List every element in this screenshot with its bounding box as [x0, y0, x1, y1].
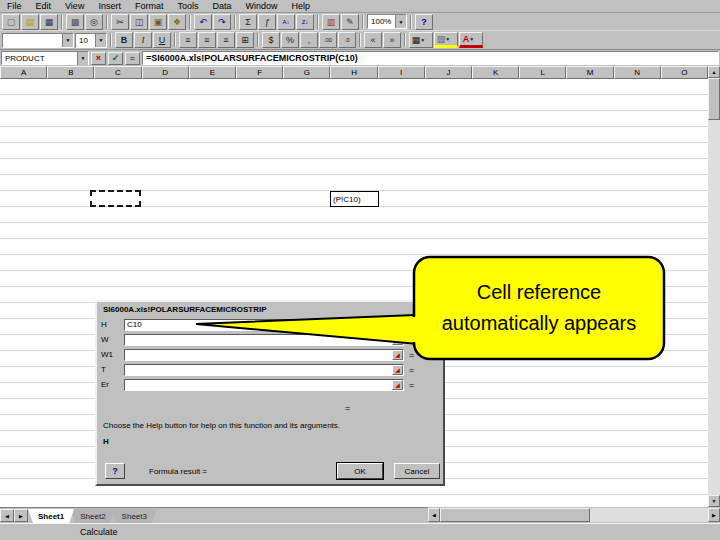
column-header[interactable]: I — [378, 66, 425, 79]
italic-button[interactable]: I — [134, 32, 152, 48]
column-header[interactable]: D — [142, 66, 189, 79]
enter-formula-button[interactable]: ✓ — [108, 52, 123, 65]
name-box[interactable]: PRODUCT ▼ — [1, 51, 89, 65]
collapse-dialog-icon[interactable]: ◢ — [392, 350, 403, 360]
previous-sheet-button[interactable]: ◀ — [0, 509, 14, 522]
tab-sheet3[interactable]: Sheet3 — [112, 509, 157, 523]
chevron-down-icon[interactable]: ▼ — [62, 34, 73, 47]
menu-data[interactable]: Data — [205, 1, 238, 11]
chevron-down-icon[interactable]: ▼ — [420, 37, 430, 43]
chevron-down-icon[interactable]: ▼ — [395, 15, 406, 28]
collapse-dialog-icon[interactable]: ◢ — [392, 365, 403, 375]
chart-wizard-button[interactable]: ▥ — [322, 14, 340, 30]
column-header[interactable]: E — [189, 66, 236, 79]
vertical-scroll-thumb[interactable] — [708, 78, 720, 120]
borders-button[interactable]: ▦▼ — [409, 32, 433, 48]
menu-file[interactable]: File — [0, 1, 29, 11]
column-header[interactable]: H — [330, 66, 377, 79]
column-header[interactable]: A — [0, 66, 47, 79]
menu-help[interactable]: Help — [284, 1, 317, 11]
increase-decimal-button[interactable]: .00 — [319, 32, 337, 48]
column-header[interactable]: M — [566, 66, 613, 79]
argument-input-er[interactable]: ◢ — [124, 379, 404, 391]
drawing-button[interactable]: ✎ — [341, 14, 359, 30]
decrease-decimal-button[interactable]: .0 — [338, 32, 356, 48]
menu-tools[interactable]: Tools — [170, 1, 205, 11]
print-button[interactable]: ▩ — [66, 14, 84, 30]
align-left-button[interactable]: ≡ — [179, 32, 197, 48]
merge-center-button[interactable]: ⊞ — [236, 32, 254, 48]
menu-edit[interactable]: Edit — [29, 1, 59, 11]
menu-insert[interactable]: Insert — [91, 1, 128, 11]
scroll-right-button[interactable]: ▶ — [708, 508, 720, 522]
font-color-button[interactable]: A▼ — [459, 32, 483, 48]
column-header[interactable]: J — [425, 66, 472, 79]
collapse-dialog-icon[interactable]: ◢ — [392, 380, 403, 390]
menu-view[interactable]: View — [58, 1, 91, 11]
menu-window[interactable]: Window — [238, 1, 284, 11]
column-header[interactable]: L — [519, 66, 566, 79]
column-header[interactable]: C — [94, 66, 141, 79]
autosum-button[interactable]: Σ — [239, 14, 257, 30]
percent-style-button[interactable]: % — [281, 32, 299, 48]
column-header[interactable]: N — [614, 66, 661, 79]
bold-button[interactable]: B — [115, 32, 133, 48]
menu-format[interactable]: Format — [128, 1, 171, 11]
decrease-indent-button[interactable]: « — [364, 32, 382, 48]
column-header[interactable]: K — [472, 66, 519, 79]
scroll-track[interactable] — [590, 508, 708, 522]
align-center-button[interactable]: ≡ — [198, 32, 216, 48]
print-preview-button[interactable]: ◎ — [85, 14, 103, 30]
chevron-down-icon[interactable]: ▼ — [445, 36, 455, 42]
collapse-dialog-icon[interactable]: ◢ — [392, 320, 403, 330]
increase-indent-button[interactable]: » — [383, 32, 401, 48]
currency-style-button[interactable]: $ — [262, 32, 280, 48]
argument-input-t[interactable]: ◢ — [124, 364, 404, 376]
vertical-scrollbar[interactable]: ▲ ▼ — [708, 66, 720, 507]
column-header[interactable]: F — [236, 66, 283, 79]
column-header[interactable]: O — [661, 66, 708, 79]
open-button[interactable]: ▤ — [21, 14, 39, 30]
paste-function-button[interactable]: ƒ — [258, 14, 276, 30]
cancel-formula-button[interactable]: × — [91, 52, 106, 65]
fill-color-button[interactable]: ▨▼ — [434, 32, 458, 48]
save-button[interactable]: ▦ — [40, 14, 58, 30]
horizontal-scroll-thumb[interactable] — [440, 508, 590, 522]
argument-input-h[interactable]: C10 ◢ — [124, 319, 404, 331]
scroll-up-button[interactable]: ▲ — [708, 66, 720, 78]
tab-sheet2[interactable]: Sheet2 — [70, 509, 115, 523]
underline-button[interactable]: U — [153, 32, 171, 48]
cancel-button[interactable]: Cancel — [394, 463, 440, 479]
scroll-left-button[interactable]: ◀ — [428, 508, 440, 522]
sort-descending-button[interactable]: Z↓ — [296, 14, 314, 30]
new-button[interactable]: ▢ — [2, 14, 20, 30]
tab-sheet1[interactable]: Sheet1 — [28, 509, 74, 523]
font-name-select[interactable]: ▼ — [2, 33, 74, 48]
collapse-dialog-icon[interactable]: ◢ — [392, 335, 403, 345]
undo-button[interactable]: ↶ — [194, 14, 212, 30]
column-header[interactable]: B — [47, 66, 94, 79]
argument-input-w[interactable]: ◢ — [124, 334, 404, 346]
cut-button[interactable]: ✂ — [111, 14, 129, 30]
argument-input-w1[interactable]: ◢ — [124, 349, 404, 361]
align-right-button[interactable]: ≡ — [217, 32, 235, 48]
paste-button[interactable]: ▣ — [149, 14, 167, 30]
chevron-down-icon[interactable]: ▼ — [469, 36, 479, 42]
help-button[interactable]: ? — [415, 14, 433, 30]
chevron-down-icon[interactable]: ▼ — [77, 52, 88, 65]
scroll-down-button[interactable]: ▼ — [708, 495, 720, 507]
copy-button[interactable]: ◫ — [130, 14, 148, 30]
formula-input[interactable]: =SI6000A.xls!POLARSURFACEMICROSTRIP(C10) — [142, 51, 719, 65]
redo-button[interactable]: ↷ — [213, 14, 231, 30]
horizontal-scrollbar[interactable]: ◀ ▶ — [428, 508, 720, 522]
sort-ascending-button[interactable]: A↓ — [277, 14, 295, 30]
next-sheet-button[interactable]: ▶ — [14, 509, 28, 522]
column-header[interactable]: G — [283, 66, 330, 79]
edit-formula-button[interactable]: = — [125, 52, 140, 65]
dialog-help-button[interactable]: ? — [105, 463, 125, 479]
zoom-select[interactable]: 100% ▼ — [367, 14, 407, 29]
ok-button[interactable]: OK — [337, 463, 383, 479]
format-painter-button[interactable]: ❖ — [168, 14, 186, 30]
chevron-down-icon[interactable]: ▼ — [95, 34, 106, 47]
font-size-select[interactable]: 10 ▼ — [75, 33, 107, 48]
